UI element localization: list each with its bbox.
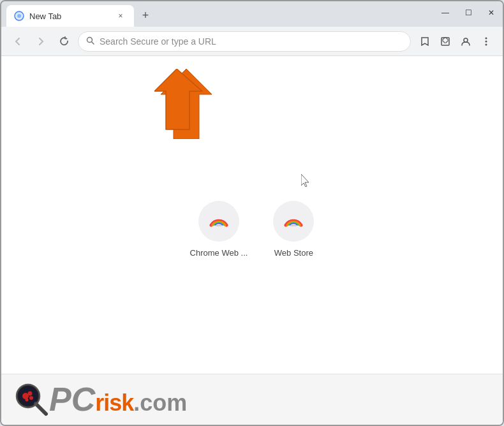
svg-point-2: [17, 14, 21, 18]
title-bar: New Tab × + — ☐ ✕: [1, 1, 503, 27]
risk-text: risk: [95, 390, 133, 416]
arrow-annotation: [154, 69, 218, 142]
refresh-icon: [59, 36, 69, 46]
bookmark-button[interactable]: [416, 33, 434, 50]
pc-letters: PC: [49, 383, 95, 416]
svg-rect-14: [290, 224, 297, 226]
tab-favicon: [14, 11, 24, 21]
maximize-button[interactable]: ☐: [462, 6, 475, 19]
svg-point-6: [464, 38, 468, 42]
pcrisk-logo-icon: [14, 382, 49, 417]
window-controls: — ☐ ✕: [439, 6, 498, 19]
tab-title: New Tab: [29, 11, 110, 21]
shortcut-label-chrome-web: Chrome Web ...: [190, 248, 248, 258]
minimize-button[interactable]: —: [439, 6, 452, 19]
shortcut-chrome-web[interactable]: Chrome Web ...: [190, 201, 248, 258]
back-button[interactable]: [9, 33, 27, 50]
active-tab[interactable]: New Tab ×: [6, 5, 134, 27]
svg-point-8: [485, 40, 487, 42]
profile-icon: [461, 36, 471, 47]
back-icon: [13, 37, 22, 46]
extensions-button[interactable]: [436, 33, 454, 50]
svg-point-18: [28, 392, 33, 396]
forward-button[interactable]: [32, 33, 50, 50]
svg-line-21: [36, 404, 46, 414]
svg-line-4: [92, 41, 94, 44]
svg-rect-12: [216, 224, 222, 226]
shortcut-web-store[interactable]: Web Store: [273, 201, 314, 258]
refresh-button[interactable]: [55, 33, 73, 50]
dot-com: .com: [133, 390, 187, 416]
bookmark-icon: [420, 36, 430, 47]
mouse-cursor: [301, 174, 309, 186]
shortcut-icon-web-store: [273, 201, 314, 242]
svg-point-9: [485, 43, 487, 45]
new-tab-button[interactable]: +: [137, 6, 154, 24]
shortcut-icon-chrome-web: [198, 201, 239, 242]
shortcut-label-web-store: Web Store: [274, 248, 313, 258]
watermark-bar: PC risk .com: [1, 374, 503, 425]
toolbar: Search Secure or type a URL: [1, 27, 503, 56]
address-bar[interactable]: Search Secure or type a URL: [78, 31, 411, 52]
profile-button[interactable]: [457, 33, 475, 50]
toolbar-actions: [416, 33, 495, 50]
svg-point-17: [22, 393, 29, 399]
svg-point-19: [29, 396, 33, 400]
close-button[interactable]: ✕: [485, 6, 498, 19]
puzzle-icon: [440, 36, 450, 47]
pcrisk-text: PC risk .com: [49, 383, 187, 416]
svg-point-20: [26, 399, 29, 402]
menu-dots-icon: [485, 36, 487, 47]
tab-close-button[interactable]: ×: [115, 10, 126, 22]
forward-icon: [36, 37, 45, 46]
shortcuts-section: Chrome Web ... Web Store: [190, 201, 315, 258]
search-icon: [86, 36, 94, 47]
svg-point-7: [485, 37, 487, 39]
menu-button[interactable]: [477, 33, 495, 50]
main-content: Chrome Web ... Web Store: [1, 56, 503, 376]
address-placeholder: Search Secure or type a URL: [100, 36, 403, 47]
